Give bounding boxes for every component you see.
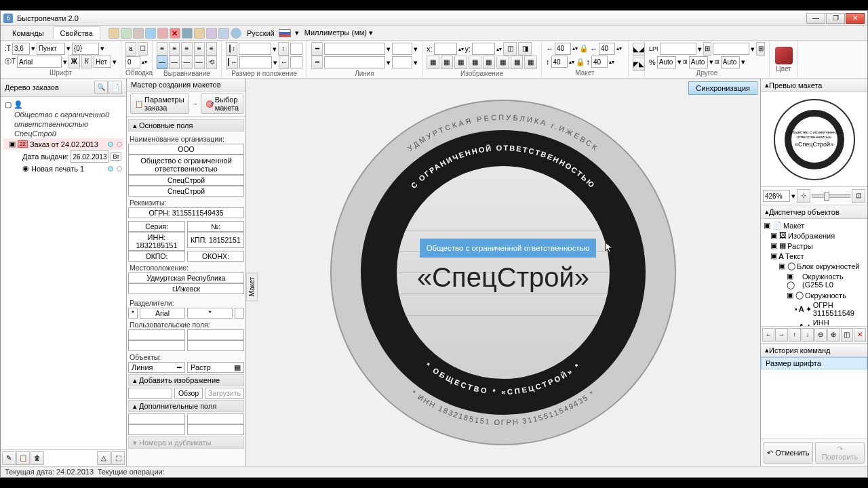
okonh-input[interactable] (187, 251, 244, 262)
tab-commands[interactable]: Команды (5, 26, 52, 39)
mirror-h-icon[interactable]: ◣◢ (633, 43, 645, 56)
custom4[interactable] (187, 340, 244, 351)
custom1[interactable] (128, 329, 185, 340)
section-main[interactable]: ▴ Основные поля (128, 119, 244, 131)
units-selector[interactable]: Миллиметры (мм) ▾ (304, 28, 373, 37)
num-input[interactable] (187, 221, 244, 232)
load-button[interactable]: Загрузить (205, 388, 244, 399)
font-size-input[interactable] (12, 43, 30, 55)
browse-button[interactable]: Обзор (174, 388, 203, 399)
line-btn[interactable]: ━ (311, 42, 323, 56)
auto3[interactable] (721, 56, 740, 68)
tree-bot-btn[interactable]: △ (97, 451, 111, 465)
valign-btn[interactable]: — (169, 56, 180, 69)
align-btn[interactable]: ≡ (181, 42, 192, 56)
spec1-input[interactable] (128, 175, 244, 186)
toolbar-icon[interactable] (206, 28, 217, 39)
tree-bot-btn[interactable]: 📋 (16, 451, 30, 465)
delete-obj[interactable]: ✕ (854, 328, 866, 342)
org-full[interactable]: Общество с ограниченнойответственностью (128, 155, 244, 175)
obj-tool[interactable]: ↓ (802, 328, 814, 342)
tab-properties[interactable]: Свойства (53, 26, 100, 39)
zoom-input[interactable] (763, 190, 790, 202)
toolbar-icon[interactable] (194, 28, 205, 39)
tree-org[interactable]: ответственностью (3, 119, 123, 129)
line-w2[interactable] (392, 56, 412, 68)
redo-button[interactable]: ↷ Повторить (815, 442, 865, 464)
tree-tool[interactable]: 🔍 (94, 81, 108, 94)
img-btn[interactable]: ▦ (511, 56, 524, 69)
section-addimg[interactable]: ▴ Добавить изображение (128, 374, 244, 386)
close-button[interactable]: ✕ (846, 13, 865, 24)
valign-btn[interactable]: — (181, 56, 192, 69)
lpi-input[interactable] (660, 43, 696, 55)
maximize-button[interactable]: ❐ (826, 13, 845, 24)
toolbar-icon[interactable] (157, 28, 168, 39)
y-input[interactable] (472, 43, 495, 55)
img-btn[interactable]: ▦ (454, 56, 467, 69)
side-tab[interactable]: Макет (246, 272, 258, 301)
object-tree[interactable]: ▣ 📄 Макет ▣ 🖼 Изображения ▣ ▦ Растры ▣ A… (761, 219, 867, 326)
sep1[interactable] (128, 308, 138, 319)
obj-tool[interactable]: ◫ (841, 328, 853, 342)
layout-h2[interactable] (591, 56, 608, 68)
valign-btn[interactable]: — (194, 56, 205, 69)
line-btn[interactable]: ━ (311, 56, 323, 69)
size-btn[interactable]: ┃↔ (226, 56, 238, 69)
img-btn[interactable]: ▦ (427, 56, 439, 69)
line-style2[interactable] (324, 56, 385, 68)
ooo-input[interactable] (128, 144, 244, 155)
stamp-preview[interactable]: УДМУРТСКАЯ РЕСПУБЛИКА г.ИЖЕВСК * ИНН 183… (330, 100, 676, 445)
toolbar-icon[interactable] (133, 28, 144, 39)
toolbar-icon[interactable] (121, 28, 132, 39)
history-item[interactable]: Размер шрифта (761, 357, 867, 369)
img-btn[interactable]: ▦ (524, 56, 537, 69)
region-input[interactable] (128, 272, 244, 283)
dh-input[interactable] (290, 43, 302, 55)
custom3[interactable] (128, 340, 185, 351)
tree-tool[interactable]: 📄 (108, 81, 122, 94)
tree-bot-btn[interactable]: ⬚ (111, 451, 125, 465)
img-btn[interactable]: ▦ (483, 56, 496, 69)
language-selector[interactable]: Русский (247, 29, 275, 37)
extra2[interactable] (187, 413, 244, 424)
line-w[interactable] (392, 43, 412, 55)
tree-root[interactable]: ▢ 👤 (3, 100, 123, 110)
step-params[interactable]: 📋 Параметры заказа (130, 94, 189, 114)
img-btn[interactable]: ▦ (496, 56, 509, 69)
dw-input[interactable] (290, 56, 302, 68)
save-icon[interactable] (182, 28, 193, 39)
series-input[interactable] (128, 221, 185, 232)
sep-char[interactable] (187, 308, 233, 319)
img-btn[interactable]: ▦ (469, 56, 481, 69)
img-path[interactable] (128, 388, 172, 399)
grid-input[interactable] (713, 43, 749, 55)
size-btn[interactable]: ↔ (279, 56, 289, 69)
canvas[interactable]: Синхронизация УДМУРТСКАЯ РЕСПУБЛИКА г.ИЖ… (246, 79, 760, 466)
layout-w[interactable] (555, 43, 571, 55)
extra4[interactable] (187, 424, 244, 435)
obj-tool[interactable]: ↑ (789, 328, 801, 342)
kpp-input[interactable] (187, 232, 244, 248)
align-btn[interactable]: ≡ (169, 42, 180, 56)
stroke-btn[interactable]: ☐ (138, 42, 149, 56)
tree-stamp-item[interactable]: ◉ Новая печать 1 (3, 163, 123, 174)
section-nums[interactable]: ▾ Номера и дубликаты (128, 436, 244, 449)
globe-icon[interactable] (231, 28, 241, 39)
italic-button[interactable]: К (81, 55, 92, 68)
toolbar-icon[interactable] (218, 28, 229, 39)
tree-bot-btn[interactable]: 🗑 (31, 451, 44, 465)
underline-input[interactable] (94, 56, 111, 68)
zoom-fit[interactable]: ⊡ (852, 189, 865, 203)
okpo-input[interactable] (128, 251, 185, 262)
toolbar-icon[interactable] (108, 28, 119, 39)
spec2-input[interactable] (128, 186, 244, 197)
bold-button[interactable]: Ж (68, 55, 79, 68)
main-stamp-text[interactable]: «СпецСтрой» (330, 262, 676, 293)
valign-btn[interactable]: ⟲ (206, 56, 217, 69)
size-btn[interactable]: ┃↕ (226, 42, 237, 56)
x-input[interactable] (434, 43, 457, 55)
color-picker-icon[interactable] (775, 47, 793, 64)
obj-tool[interactable]: ⊖ (814, 328, 827, 342)
layout-h[interactable] (551, 56, 568, 68)
